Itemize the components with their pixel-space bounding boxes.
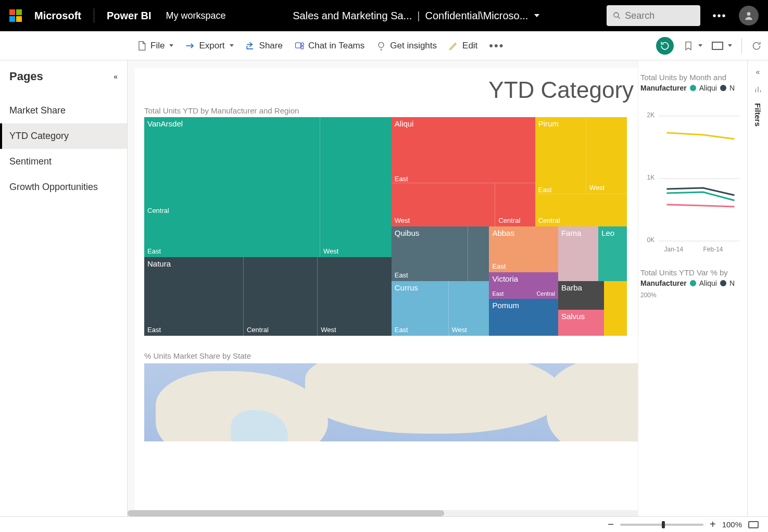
microsoft-logo-icon	[9, 9, 22, 22]
chart-icon	[754, 85, 762, 94]
command-bar-right	[656, 31, 762, 60]
zoom-percent: 100%	[722, 520, 742, 529]
bookmark-menu[interactable]	[683, 41, 702, 51]
search-input[interactable]	[625, 10, 694, 21]
view-mode-menu[interactable]	[712, 42, 732, 50]
rectangle-icon	[712, 42, 723, 50]
search-icon	[613, 11, 621, 20]
zoom-out-button[interactable]: −	[608, 518, 614, 530]
share-button[interactable]: Share	[245, 41, 283, 51]
zoom-in-button[interactable]: +	[710, 518, 716, 530]
search-box[interactable]	[607, 5, 700, 26]
global-header: Microsoft Power BI My workspace Sales an…	[0, 0, 768, 31]
file-menu[interactable]: File	[136, 41, 173, 51]
svg-rect-5	[295, 43, 300, 48]
sensitivity-label[interactable]: Confidential\Microso...	[425, 10, 539, 22]
expand-filters-button[interactable]: «	[756, 68, 760, 76]
treemap-title: Total Units YTD by Manufacturer and Regi…	[144, 106, 638, 115]
treemap-node-fama: Fama	[561, 229, 581, 237]
brand-powerbi[interactable]: Power BI	[107, 10, 152, 22]
fit-to-page-button[interactable]	[748, 521, 759, 528]
svg-text:0K: 0K	[647, 236, 655, 244]
treemap-node-vanarsdel: VanArsdel	[147, 119, 183, 128]
treemap-node-victoria: Victoria	[492, 274, 518, 283]
pages-pane: Pages « Market Share YTD Category Sentim…	[0, 60, 128, 516]
line-chart-visual[interactable]: 2K 1K 0K Jan-14 Feb-14	[640, 96, 745, 252]
page-ytd-category[interactable]: YTD Category	[0, 123, 127, 149]
treemap-visual[interactable]: VanArsdel East West Central Natura East …	[144, 117, 638, 336]
horizontal-scrollbar[interactable]	[128, 510, 638, 516]
svg-point-6	[301, 43, 304, 45]
collapse-pane-button[interactable]: «	[114, 72, 118, 81]
svg-point-7	[379, 42, 384, 47]
svg-text:1K: 1K	[647, 174, 655, 181]
edit-button[interactable]: Edit	[448, 41, 477, 51]
page-growth-opportunities[interactable]: Growth Opportunities	[0, 174, 127, 200]
svg-text:2K: 2K	[647, 111, 655, 119]
treemap-node-pomum: Pomum	[492, 301, 519, 310]
legend-dot-aliqui	[690, 85, 696, 91]
svg-text:Jan-14: Jan-14	[664, 246, 684, 252]
map-title: % Units Market Share by State	[144, 351, 638, 360]
filters-pane-collapsed[interactable]: « Filters	[747, 60, 768, 516]
refresh-button[interactable]	[751, 41, 762, 51]
treemap-node-abbas: Abbas	[492, 229, 514, 237]
linechart-title: Total Units by Month and	[640, 73, 745, 82]
command-bar: File Export Share Chat in Teams Get insi…	[0, 31, 768, 60]
chevron-down-icon	[698, 44, 702, 47]
chevron-down-icon	[728, 44, 732, 47]
treemap-node-natura: Natura	[147, 259, 171, 268]
status-bar: − + 100%	[0, 516, 768, 532]
export-menu[interactable]: Export	[185, 41, 233, 51]
divider	[94, 8, 94, 23]
filters-label: Filters	[753, 103, 762, 126]
right-visual-strip: Total Units by Month and Manufacturer Al…	[638, 60, 747, 516]
svg-text:Feb-14: Feb-14	[703, 246, 723, 252]
treemap-node-pirum: Pirum	[538, 119, 559, 128]
pages-header-label: Pages	[9, 70, 43, 83]
svg-point-2	[747, 12, 751, 16]
main-area: Pages « Market Share YTD Category Sentim…	[0, 60, 768, 516]
treemap-node-currus: Currus	[395, 283, 418, 292]
report-canvas: YTD Category Trend A Total Units YTD by …	[135, 68, 638, 516]
reset-button[interactable]	[656, 37, 674, 55]
report-name[interactable]: Sales and Marketing Sa...	[293, 10, 412, 22]
svg-line-1	[618, 17, 620, 19]
page-market-share[interactable]: Market Share	[0, 98, 127, 123]
divider	[741, 38, 742, 54]
treemap-node-leo: Leo	[601, 229, 614, 237]
chevron-down-icon	[534, 14, 539, 17]
treemap-node-aliqui: Aliqui	[395, 119, 414, 128]
chevron-down-icon	[230, 44, 234, 47]
zoom-slider[interactable]	[620, 524, 703, 526]
get-insights-button[interactable]: Get insights	[376, 41, 437, 51]
svg-point-0	[614, 12, 619, 17]
workspace-breadcrumb[interactable]: My workspace	[166, 10, 226, 21]
var-y-tick: 200%	[640, 292, 745, 299]
legend-dot-n	[720, 85, 726, 91]
chat-teams-button[interactable]: Chat in Teams	[294, 41, 364, 51]
treemap-node-barba: Barba	[561, 283, 582, 292]
brand-microsoft: Microsoft	[34, 10, 81, 22]
report-canvas-wrapper: YTD Category Trend A Total Units YTD by …	[128, 60, 768, 516]
varchart-title: Total Units YTD Var % by	[640, 268, 745, 277]
treemap-node-quibus: Quibus	[395, 229, 420, 237]
chevron-down-icon	[169, 44, 173, 47]
treemap-node-salvus: Salvus	[561, 312, 585, 321]
page-sentiment[interactable]: Sentiment	[0, 149, 127, 174]
page-title: YTD Category Trend A	[144, 77, 638, 103]
account-avatar[interactable]	[739, 6, 759, 26]
more-options-button[interactable]: •••	[710, 6, 729, 26]
map-visual[interactable]	[144, 363, 638, 441]
overflow-menu[interactable]: •••	[489, 39, 504, 53]
